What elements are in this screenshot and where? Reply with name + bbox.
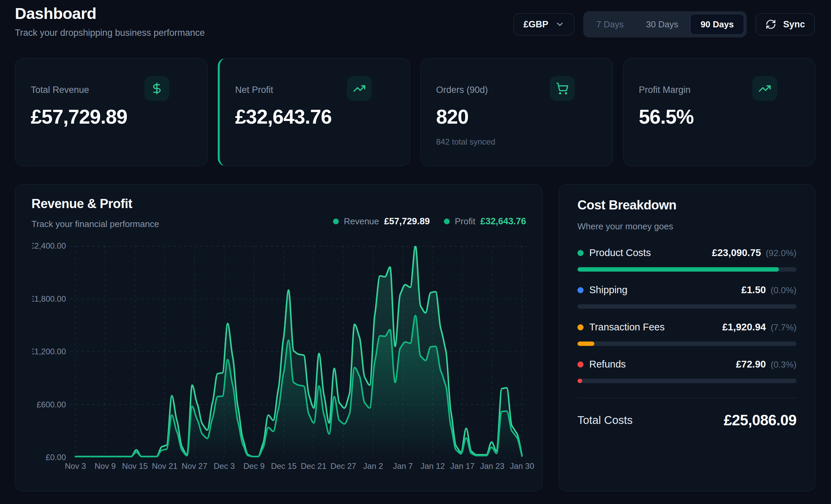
cost-progress-fill (577, 342, 594, 346)
cost-row-refunds: Refunds £72.90 (0.3%) (577, 359, 797, 383)
profit-area (75, 316, 522, 457)
cost-breakdown-title: Cost Breakdown (577, 198, 797, 212)
x-axis-label: Jan 30 (502, 461, 542, 471)
legend-label: Profit (455, 216, 475, 227)
cost-amount: £23,090.75 (712, 247, 761, 258)
y-axis-label: £1,200.00 (32, 347, 66, 357)
cost-label: Transaction Fees (589, 322, 665, 333)
cost-amount: £72.90 (736, 359, 766, 370)
cost-breakdown-card: Cost Breakdown Where your money goes Pro… (559, 184, 815, 492)
cost-percent: (92.0%) (766, 248, 797, 258)
header-controls: £GBP 7 Days 30 Days 90 Days Sync (514, 11, 815, 37)
legend-label: Revenue (344, 216, 379, 227)
legend-dot (444, 219, 450, 224)
trending-up-icon (347, 76, 372, 101)
legend-value: £57,729.89 (384, 216, 430, 227)
trending-up-icon (752, 76, 777, 101)
total-costs-label: Total Costs (577, 414, 633, 427)
tab-7-days[interactable]: 7 Days (586, 14, 634, 35)
cost-progress-track (577, 379, 797, 383)
shopping-cart-icon (550, 76, 575, 101)
page-title: Dashboard (15, 4, 96, 23)
stat-card-total-revenue: Total Revenue £57,729.89 (15, 58, 208, 166)
cost-progress-track (577, 342, 797, 346)
cost-label: Refunds (589, 359, 626, 370)
cost-label: Product Costs (589, 247, 651, 258)
divider (577, 398, 797, 398)
cost-row-product-costs: Product Costs £23,090.75 (92.0%) (577, 247, 797, 272)
stats-row: Total Revenue £57,729.89 Net Profit £32,… (15, 58, 815, 166)
cost-amount: £1,920.94 (722, 322, 766, 333)
cost-dot (577, 324, 584, 330)
sync-button[interactable]: Sync (756, 13, 815, 35)
legend-value: £32,643.76 (480, 216, 526, 227)
stat-value: £57,729.89 (31, 105, 192, 128)
cost-breakdown-subtitle: Where your money goes (577, 221, 797, 232)
cost-progress-fill (577, 379, 582, 383)
cost-label: Shipping (589, 284, 627, 296)
stat-subtext: 842 total synced (436, 137, 597, 147)
stat-card-orders: Orders (90d) 820 842 total synced (420, 58, 613, 166)
chart-title: Revenue & Profit (31, 197, 132, 211)
cost-progress-track (577, 267, 797, 272)
y-axis-label: £1,800.00 (32, 294, 66, 304)
y-axis-label: £2,400.00 (32, 241, 66, 251)
chart-legend: Revenue £57,729.89 Profit £32,643.76 (333, 216, 526, 227)
total-costs-value: £25,086.09 (724, 412, 797, 429)
page-subtitle: Track your dropshipping business perform… (15, 28, 205, 38)
tab-90-days[interactable]: 90 Days (690, 14, 744, 35)
stat-value: 56.5% (639, 105, 800, 128)
cost-progress-track (577, 304, 797, 309)
stat-card-profit-margin: Profit Margin 56.5% (623, 58, 816, 166)
currency-dropdown[interactable]: £GBP (514, 13, 574, 35)
cost-percent: (0.0%) (770, 285, 797, 296)
revenue-profit-chart[interactable] (71, 246, 527, 457)
stat-value: £32,643.76 (235, 105, 395, 128)
y-axis-label: £0.00 (32, 452, 66, 462)
tab-30-days[interactable]: 30 Days (636, 14, 689, 35)
legend-dot (333, 219, 339, 224)
date-range-tabs: 7 Days 30 Days 90 Days (583, 11, 747, 37)
dollar-sign-icon (144, 76, 169, 101)
chart-subtitle: Track your financial performance (31, 219, 159, 229)
cost-dot (577, 250, 584, 256)
y-axis-label: £600.00 (32, 400, 66, 410)
total-costs-row: Total Costs £25,086.09 (577, 412, 797, 429)
revenue-profit-chart-card: Revenue & Profit Track your financial pe… (15, 184, 543, 492)
cost-percent: (0.3%) (770, 359, 797, 370)
legend-item-profit: Profit £32,643.76 (444, 216, 526, 227)
cost-percent: (7.7%) (770, 322, 797, 333)
chevron-down-icon (555, 20, 565, 29)
cost-dot (577, 361, 584, 368)
cost-row-transaction-fees: Transaction Fees £1,920.94 (7.7%) (577, 322, 797, 346)
cost-progress-fill (577, 267, 779, 272)
stat-value: 820 (436, 105, 597, 128)
legend-item-revenue: Revenue £57,729.89 (333, 216, 430, 227)
cost-dot (577, 287, 584, 293)
cost-row-shipping: Shipping £1.50 (0.0%) (577, 284, 797, 309)
sync-label: Sync (783, 19, 805, 30)
cost-amount: £1.50 (741, 284, 766, 296)
currency-value: £GBP (523, 19, 548, 30)
stat-card-net-profit: Net Profit £32,643.76 (218, 58, 410, 166)
refresh-icon (765, 19, 776, 30)
